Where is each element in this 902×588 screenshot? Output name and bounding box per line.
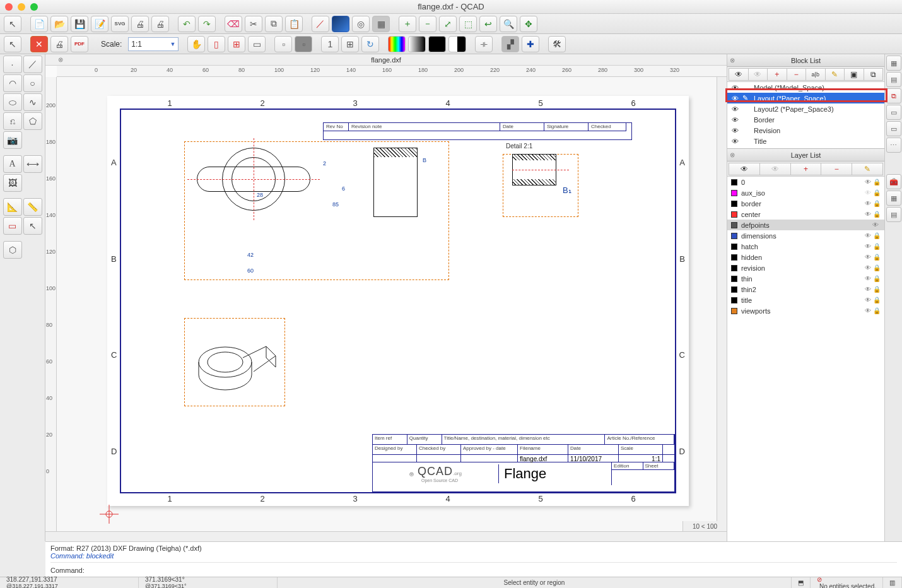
block-insert-button[interactable]: ▣: [845, 68, 864, 81]
select-pointer-tool[interactable]: ↖: [23, 217, 42, 235]
camera-tool[interactable]: 📷: [3, 131, 22, 149]
multi-column-button[interactable]: ⊞: [341, 36, 359, 52]
zoom-window-button[interactable]: 🔍: [500, 16, 517, 32]
zoom-out-button[interactable]: －: [419, 16, 436, 32]
print-button[interactable]: 🖨: [131, 16, 149, 32]
layer-edit-button[interactable]: ✎: [852, 163, 883, 175]
svg-export-button[interactable]: SVG: [111, 16, 129, 32]
edit-file-button[interactable]: 📝: [91, 16, 108, 32]
pan-button[interactable]: ✥: [520, 16, 537, 32]
layer-item[interactable]: aux_iso👁🔒: [727, 187, 884, 198]
page-setup-button[interactable]: ▭: [248, 36, 266, 52]
zoom-previous-button[interactable]: ↩: [479, 16, 497, 32]
lineweight-button[interactable]: ▞: [501, 36, 519, 52]
tab-close-icon[interactable]: ⊗: [58, 56, 63, 63]
isometric-tool[interactable]: ⬡: [3, 241, 22, 259]
save-file-button[interactable]: 💾: [71, 16, 88, 32]
settings-button[interactable]: 🛠: [548, 36, 566, 52]
zoom-selection-button[interactable]: ⬚: [459, 16, 477, 32]
color-mode-button[interactable]: [388, 36, 406, 52]
gradient-button[interactable]: [332, 16, 349, 32]
status-toggle-2[interactable]: ▥: [883, 577, 902, 588]
measure-tool[interactable]: 📐: [3, 198, 22, 216]
block-item[interactable]: 👁Title: [727, 136, 884, 146]
refresh-view-button[interactable]: ↻: [361, 36, 379, 52]
layer-hide-button[interactable]: 👁: [760, 163, 791, 175]
grayscale-button[interactable]: [408, 36, 426, 52]
block-show-button[interactable]: 👁: [729, 68, 749, 81]
bw-button[interactable]: [428, 36, 446, 52]
text-tool[interactable]: A: [3, 155, 22, 173]
draw-line-button[interactable]: ／: [312, 16, 329, 32]
nc-btn-1[interactable]: ▦: [886, 56, 901, 71]
align-button[interactable]: ⟛: [475, 36, 493, 52]
nc-btn-7[interactable]: 🧰: [886, 174, 901, 189]
layer-item[interactable]: dimensions👁🔒: [727, 230, 884, 241]
paste-button[interactable]: 📋: [285, 16, 303, 32]
layer-item[interactable]: center👁🔒: [727, 209, 884, 220]
layer-item[interactable]: viewports👁🔒: [727, 305, 884, 316]
layer-item[interactable]: border👁🔒: [727, 198, 884, 209]
select-tool-button[interactable]: ↖: [4, 36, 21, 52]
landscape-button[interactable]: ⊞: [228, 36, 245, 52]
circle-tool-button[interactable]: ◎: [352, 16, 370, 32]
nc-btn-4[interactable]: ▭: [886, 105, 901, 120]
block-rename-button[interactable]: a|b: [806, 68, 826, 81]
panel-close-icon[interactable]: ⊗: [730, 57, 735, 64]
one-column-button[interactable]: 1: [321, 36, 339, 52]
block-copy-button[interactable]: ⧉: [864, 68, 884, 81]
snap-cross-button[interactable]: ✚: [522, 36, 539, 52]
layer-item[interactable]: thin👁🔒: [727, 273, 884, 284]
nc-btn-8[interactable]: ▦: [886, 191, 901, 206]
command-input[interactable]: [85, 568, 897, 576]
zoom-extents-button[interactable]: ⤢: [439, 16, 457, 32]
block-hide-button[interactable]: 👁: [749, 68, 768, 81]
bbox-tool[interactable]: ▭: [3, 217, 22, 235]
layer-item[interactable]: thin2👁🔒: [727, 284, 884, 295]
erase-button[interactable]: ⌫: [225, 16, 242, 32]
quick-print-button[interactable]: 🖨: [50, 36, 68, 52]
layer-add-button[interactable]: +: [791, 163, 822, 175]
block-item[interactable]: 👁Border: [727, 114, 884, 125]
redo-button[interactable]: ↷: [198, 16, 216, 32]
spline-tool[interactable]: ∿: [23, 93, 42, 111]
new-file-button[interactable]: 📄: [30, 16, 48, 32]
layer-item[interactable]: 0👁🔒: [727, 177, 884, 187]
hand-tool-button[interactable]: ✋: [187, 36, 205, 52]
ellipse-tool[interactable]: ⬭: [3, 93, 22, 111]
undo-button[interactable]: ↶: [178, 16, 196, 32]
layer-item[interactable]: hidden👁🔒: [727, 252, 884, 262]
document-tab[interactable]: ⊗ flange.dxf: [45, 54, 727, 66]
polyline-tool[interactable]: ⎌: [3, 112, 22, 130]
circle-tool[interactable]: ○: [23, 74, 42, 92]
page-bg-button[interactable]: ▫: [295, 36, 312, 52]
zoom-in-button[interactable]: ＋: [399, 16, 416, 32]
open-file-button[interactable]: 📂: [50, 16, 68, 32]
bw-split-button[interactable]: [448, 36, 466, 52]
block-edit-button[interactable]: ✎: [826, 68, 845, 81]
panel-close-icon[interactable]: ⊗: [730, 151, 735, 158]
grid-button[interactable]: ▦: [372, 16, 390, 32]
layer-item[interactable]: hatch👁🔒: [727, 241, 884, 252]
block-item[interactable]: 👁Revision: [727, 125, 884, 136]
single-page-button[interactable]: ▫: [274, 36, 292, 52]
layer-item[interactable]: revision👁🔒: [727, 262, 884, 273]
layer-item[interactable]: defpoints👁: [727, 220, 884, 230]
cut-button[interactable]: ✂: [245, 16, 262, 32]
line-tool[interactable]: ／: [23, 56, 42, 73]
nc-btn-9[interactable]: ▤: [886, 207, 901, 222]
print-preview-button[interactable]: 🖨: [151, 16, 169, 32]
nc-btn-2[interactable]: ▤: [886, 72, 901, 87]
layer-item[interactable]: title👁🔒: [727, 295, 884, 305]
status-toggle-1[interactable]: ⬒: [792, 577, 811, 588]
pdf-export-button[interactable]: PDF: [71, 36, 88, 52]
horizontal-scrollbar[interactable]: [45, 531, 727, 541]
copy-button[interactable]: ⧉: [265, 16, 283, 32]
pointer-tool[interactable]: ↖: [4, 16, 21, 32]
nc-btn-6[interactable]: ⋯: [886, 138, 901, 153]
scale-combo[interactable]: 1:1 ▼: [128, 37, 179, 51]
block-add-button[interactable]: +: [768, 68, 787, 81]
point-tool[interactable]: ·: [3, 56, 22, 73]
block-item[interactable]: 👁Layout2 (*Paper_Space3): [727, 103, 884, 114]
vertical-scrollbar[interactable]: [717, 77, 727, 521]
